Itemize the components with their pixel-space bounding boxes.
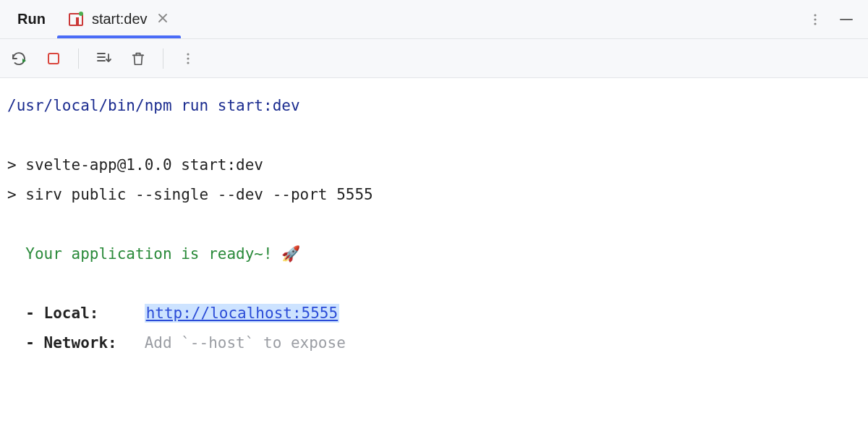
svg-rect-7: [48, 54, 59, 64]
panel-title: Run: [6, 11, 57, 27]
minimize-icon[interactable]: [839, 12, 854, 27]
toolbar-separator: [163, 48, 163, 69]
rocket-icon: 🚀: [281, 245, 300, 263]
svg-point-13: [187, 61, 189, 64]
tab-bar: Run start:dev: [0, 0, 868, 39]
svg-point-2: [79, 12, 83, 16]
stop-button[interactable]: [43, 48, 64, 69]
scroll-to-end-button[interactable]: [93, 48, 114, 69]
close-tab-icon[interactable]: [155, 10, 171, 28]
npm-icon: [67, 11, 85, 28]
local-url-link[interactable]: http://localhost:5555: [145, 304, 340, 323]
network-address-line: - Network:Add `--host` to expose: [7, 328, 861, 358]
ready-message: Your application is ready~! 🚀: [7, 239, 861, 269]
svg-point-12: [187, 57, 189, 59]
toolbar-more-icon[interactable]: [178, 48, 198, 69]
console-output[interactable]: /usr/local/bin/npm run start:dev > svelt…: [0, 78, 868, 434]
tab-label: start:dev: [92, 11, 148, 27]
network-hint: Add `--host` to expose: [145, 334, 346, 352]
npm-output-line: > svelte-app@1.0.0 start:dev: [7, 150, 861, 180]
svg-point-4: [814, 18, 816, 20]
command-line: /usr/local/bin/npm run start:dev: [7, 91, 861, 121]
toolbar: [0, 39, 868, 78]
rerun-button[interactable]: [9, 48, 29, 69]
tab-start-dev[interactable]: start:dev: [57, 0, 181, 38]
network-label: - Network:: [25, 334, 116, 352]
local-address-line: - Local:http://localhost:5555: [7, 299, 861, 328]
svg-rect-1: [76, 17, 79, 25]
clear-all-button[interactable]: [128, 48, 148, 69]
svg-point-5: [814, 22, 816, 25]
svg-point-3: [814, 14, 816, 16]
more-options-icon[interactable]: [809, 13, 822, 26]
local-label: - Local:: [25, 305, 98, 322]
toolbar-separator: [78, 48, 79, 69]
svg-point-11: [187, 53, 189, 55]
npm-output-line: > sirv public --single --dev --port 5555: [7, 180, 861, 210]
